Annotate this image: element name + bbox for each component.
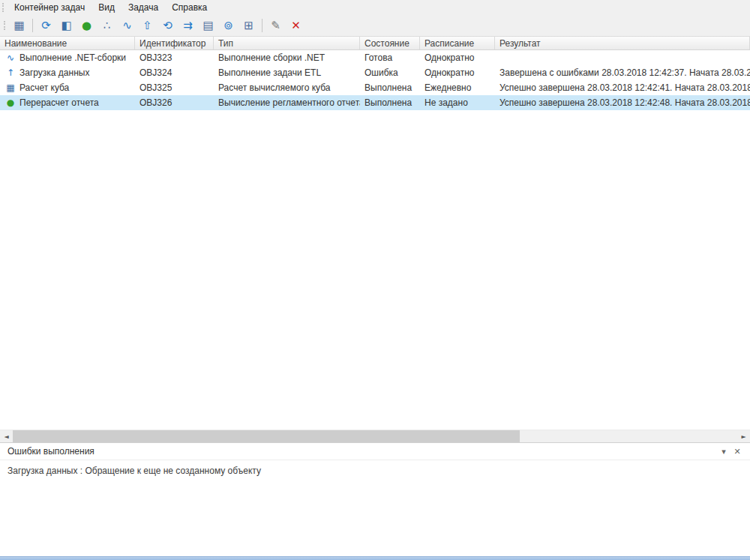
edit-icon: ✎ — [271, 20, 280, 31]
task-type: Расчет вычисляемого куба — [214, 82, 360, 93]
column-header-id[interactable]: Идентификатор — [135, 37, 214, 49]
menu-view[interactable]: Вид — [92, 1, 122, 14]
error-message: Загрузка данных : Обращение к еще не соз… — [0, 460, 750, 556]
task-name: Расчет куба — [20, 82, 69, 93]
process-icon: ⟲ — [163, 20, 172, 31]
close-icon[interactable]: ✕ — [730, 445, 744, 458]
edit-button[interactable]: ✎ — [266, 16, 286, 34]
task-name: Перерасчет отчета — [20, 97, 99, 108]
scrollbar-thumb[interactable] — [13, 430, 520, 442]
toolbar-grip[interactable] — [4, 21, 5, 30]
task-schedule: Однократно — [420, 67, 495, 78]
refresh-icon: ⟳ — [41, 20, 51, 31]
task-name: Загрузка данных — [20, 67, 89, 78]
task-type-icon: ∿ — [5, 52, 16, 63]
task-result: Завершена с ошибками 28.03.2018 12:42:37… — [495, 67, 750, 78]
task-state: Ошибка — [360, 67, 420, 78]
toolbar-separator — [262, 19, 262, 32]
task-type-icon: ● — [5, 97, 16, 108]
window-bottom-border — [0, 556, 750, 560]
refresh-button[interactable]: ⟳ — [36, 16, 56, 34]
errors-panel-header: Ошибки выполнения ▾ ✕ — [0, 443, 750, 460]
menu-task[interactable]: Задача — [122, 1, 165, 14]
column-header-state[interactable]: Состояние — [360, 37, 420, 49]
column-header-result[interactable]: Результат — [495, 37, 750, 49]
upload-icon: ⇧ — [142, 20, 152, 31]
export-button[interactable]: ▤ — [198, 16, 218, 34]
task-id: OBJ323 — [135, 52, 214, 63]
delete-button[interactable]: ✕ — [286, 16, 306, 34]
scrollbar-track[interactable] — [13, 430, 737, 442]
column-header-name[interactable]: Наименование — [0, 37, 135, 49]
task-schedule: Однократно — [420, 52, 495, 63]
table-row[interactable]: ▦ Расчет куба OBJ325 Расчет вычисляемого… — [0, 80, 750, 95]
task-id: OBJ326 — [135, 97, 214, 108]
errors-panel: Ошибки выполнения ▾ ✕ Загрузка данных : … — [0, 442, 750, 556]
toolbar-separator — [32, 19, 33, 32]
task-id: OBJ324 — [135, 67, 214, 78]
task-type-icon: ↑ — [5, 67, 16, 78]
process-button[interactable]: ⟲ — [158, 16, 178, 34]
horizontal-scrollbar: ◄ ► — [0, 430, 750, 442]
run-icon: ⇉ — [183, 20, 193, 31]
task-state: Выполнена — [360, 97, 420, 108]
errors-panel-title: Ошибки выполнения — [8, 446, 717, 457]
task-state: Выполнена — [360, 82, 420, 93]
menubar-grip[interactable] — [2, 3, 4, 12]
task-schedule: Ежедневно — [420, 82, 495, 93]
start-icon: ● — [82, 20, 92, 31]
app-window: Контейнер задач Вид Задача Справка ▦ ⟳ ◧… — [0, 0, 750, 560]
sync-button[interactable]: ⊚ — [218, 16, 238, 34]
table-row[interactable]: ↑ Загрузка данных OBJ324 Выполнение зада… — [0, 65, 750, 80]
run-button[interactable]: ⇉ — [178, 16, 198, 34]
scroll-left-button[interactable]: ◄ — [0, 430, 13, 442]
cube-icon: ◧ — [61, 20, 71, 31]
hierarchy-button[interactable]: ∴ — [97, 16, 117, 34]
cube-button[interactable]: ◧ — [56, 16, 76, 34]
etl-icon: ∿ — [122, 20, 132, 31]
hierarchy-icon: ∴ — [104, 20, 111, 31]
start-button[interactable]: ● — [76, 16, 97, 34]
package-icon: ⊞ — [244, 20, 254, 31]
column-header-schedule[interactable]: Расписание — [420, 37, 495, 49]
task-name: Выполнение .NET-сборки — [20, 52, 126, 63]
task-table: Наименование Идентификатор Тип Состояние… — [0, 36, 750, 442]
task-result: Успешно завершена 28.03.2018 12:42:41. Н… — [495, 82, 750, 93]
task-schedule: Не задано — [420, 97, 495, 108]
export-icon: ▤ — [202, 20, 213, 31]
task-type: Вычисление регламентного отчета — [214, 97, 360, 108]
task-type: Выполнение сборки .NET — [214, 52, 360, 63]
table-row[interactable]: ∿ Выполнение .NET-сборки OBJ323 Выполнен… — [0, 50, 750, 65]
menu-task-container[interactable]: Контейнер задач — [8, 1, 92, 14]
package-button[interactable]: ⊞ — [238, 16, 259, 34]
save-button[interactable]: ▦ — [9, 16, 29, 34]
etl-button[interactable]: ∿ — [117, 16, 137, 34]
table-rows: ∿ Выполнение .NET-сборки OBJ323 Выполнен… — [0, 50, 750, 430]
table-header: Наименование Идентификатор Тип Состояние… — [0, 37, 750, 50]
menu-bar: Контейнер задач Вид Задача Справка — [0, 0, 750, 15]
scroll-right-button[interactable]: ► — [737, 430, 750, 442]
task-type: Выполнение задачи ETL — [214, 67, 360, 78]
menu-help[interactable]: Справка — [165, 1, 214, 14]
delete-icon: ✕ — [291, 20, 301, 31]
chevron-down-icon[interactable]: ▾ — [717, 445, 730, 458]
task-result: Успешно завершена 28.03.2018 12:42:48. Н… — [495, 97, 750, 108]
upload-button[interactable]: ⇧ — [137, 16, 158, 34]
task-type-icon: ▦ — [5, 82, 16, 93]
task-state: Готова — [360, 52, 420, 63]
column-header-type[interactable]: Тип — [214, 37, 360, 49]
table-row-selected[interactable]: ● Перерасчет отчета OBJ326 Вычисление ре… — [0, 95, 750, 110]
toolbar: ▦ ⟳ ◧ ● ∴ ∿ ⇧ ⟲ ⇉ ▤ ⊚ ⊞ ✎ ✕ — [0, 15, 750, 36]
save-icon: ▦ — [14, 20, 24, 31]
task-id: OBJ325 — [135, 82, 214, 93]
sync-icon: ⊚ — [224, 20, 233, 31]
